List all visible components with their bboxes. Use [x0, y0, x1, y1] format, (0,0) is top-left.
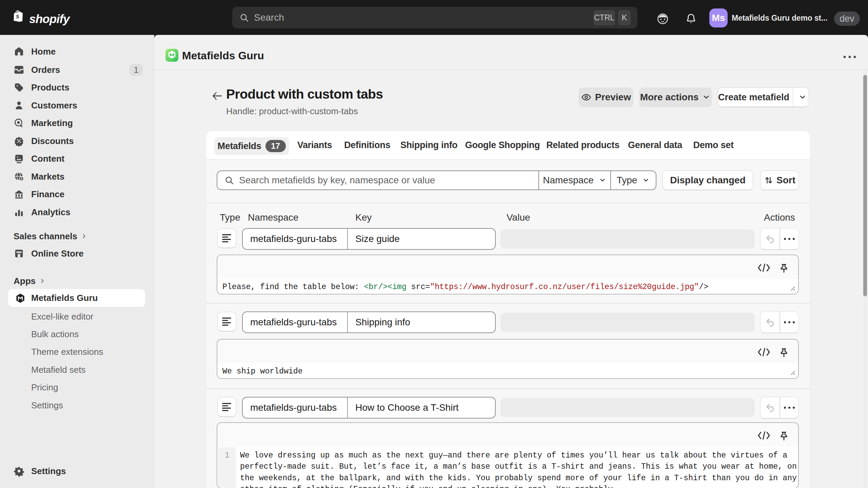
svg-text:S: S [16, 14, 19, 20]
svg-text:$: $ [21, 177, 22, 180]
